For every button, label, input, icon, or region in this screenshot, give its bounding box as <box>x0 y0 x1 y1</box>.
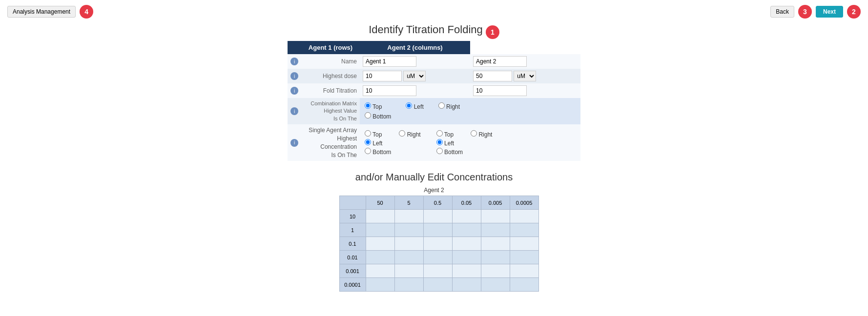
row-header-1[interactable] <box>342 227 364 233</box>
combo-right-radio-label[interactable]: Right <box>438 102 460 110</box>
conc-cell[interactable] <box>510 251 538 264</box>
single-info-icon[interactable]: i <box>290 139 298 147</box>
conc-cell[interactable] <box>394 264 423 278</box>
combination-matrix-row: i Combination MatrixHighest ValueIs On T… <box>288 98 580 124</box>
agent2-name-input[interactable] <box>473 56 527 67</box>
agent2-fold-input[interactable] <box>473 85 527 96</box>
conc-cell[interactable] <box>394 251 423 264</box>
conc-cell[interactable] <box>481 264 510 278</box>
conc-cell[interactable] <box>510 278 538 292</box>
conc-cell[interactable] <box>452 251 481 264</box>
sa-col2-bottom-radio[interactable] <box>436 148 443 154</box>
conc-cell[interactable] <box>481 223 510 237</box>
combo-info-icon[interactable]: i <box>290 107 298 115</box>
page-title-row: Identify Titration Folding 1 <box>369 23 499 41</box>
conc-cell[interactable] <box>423 278 452 292</box>
conc-cell[interactable] <box>510 264 538 278</box>
conc-data-row <box>339 237 538 251</box>
sa-col1-right-radio[interactable] <box>399 130 405 137</box>
conc-cell[interactable] <box>394 223 423 237</box>
conc-cell[interactable] <box>394 237 423 251</box>
single-agent-label: Single Agent ArrayHighest ConcentrationI… <box>309 127 357 158</box>
conc-cell[interactable] <box>366 237 394 251</box>
top-right-section: Back 3 Next 2 <box>770 5 861 19</box>
fold-info-icon[interactable]: i <box>290 87 298 95</box>
conc-cell[interactable] <box>423 264 452 278</box>
conc-cell[interactable] <box>510 210 538 223</box>
conc-cell[interactable] <box>394 278 423 292</box>
sa-col1-top-radio[interactable] <box>365 130 371 137</box>
agent2-dose-input[interactable] <box>473 71 512 81</box>
conc-cell[interactable] <box>481 278 510 292</box>
combo-bottom-radio[interactable] <box>365 112 371 118</box>
conc-cell[interactable] <box>510 237 538 251</box>
single-agent-row: i Single Agent ArrayHighest Concentratio… <box>288 124 580 161</box>
sa-col2-bottom-label[interactable]: Bottom <box>436 148 463 156</box>
combo-top-radio-label[interactable]: Top <box>365 102 391 110</box>
sa-col1-bottom-radio[interactable] <box>365 148 371 154</box>
sa-col2-top-label[interactable]: Top <box>436 130 463 138</box>
row-header-4[interactable] <box>342 268 364 274</box>
col-header-4[interactable] <box>483 200 508 206</box>
agent1-dose-unit[interactable]: uMnMmM <box>403 71 426 81</box>
sa-col2-top-radio[interactable] <box>436 130 443 137</box>
conc-cell[interactable] <box>452 223 481 237</box>
fold-titration-row: i Fold Titration <box>288 83 580 98</box>
col-header-5[interactable] <box>512 200 537 206</box>
col-header-0[interactable] <box>368 200 393 206</box>
conc-cell[interactable] <box>366 251 394 264</box>
combo-left-radio[interactable] <box>406 102 412 109</box>
conc-cell[interactable] <box>510 223 538 237</box>
conc-cell[interactable] <box>423 223 452 237</box>
next-button[interactable]: Next <box>816 6 843 18</box>
row-header-5[interactable] <box>342 282 364 288</box>
sa-col2-left-label[interactable]: Left <box>436 139 463 147</box>
sa-col1-top-label[interactable]: Top <box>365 130 391 138</box>
sa-col2-right-label[interactable]: Right <box>471 130 492 138</box>
conc-cell[interactable] <box>452 210 481 223</box>
row-header-0[interactable] <box>342 214 364 219</box>
col-header-3[interactable] <box>455 200 479 206</box>
conc-cell[interactable] <box>452 237 481 251</box>
sa-col1-bottom-label[interactable]: Bottom <box>365 148 391 156</box>
col-header-1[interactable] <box>397 200 421 206</box>
conc-data-row <box>339 278 538 292</box>
sa-col2-left-radio[interactable] <box>436 139 443 145</box>
page-title: Identify Titration Folding <box>369 23 483 36</box>
badge-4: 4 <box>80 5 93 19</box>
row-header-3[interactable] <box>342 255 364 260</box>
agent1-name-input[interactable] <box>363 56 416 67</box>
row-header-2[interactable] <box>342 241 364 247</box>
agent2-dose-unit[interactable]: uMnMmM <box>514 71 536 81</box>
conc-cell[interactable] <box>481 237 510 251</box>
conc-cell[interactable] <box>366 223 394 237</box>
combo-right-radio[interactable] <box>438 102 445 109</box>
combo-left-radio-label[interactable]: Left <box>406 102 423 110</box>
sa-col1-left-label[interactable]: Left <box>365 139 391 147</box>
conc-cell[interactable] <box>452 278 481 292</box>
conc-cell[interactable] <box>366 278 394 292</box>
name-info-icon[interactable]: i <box>290 58 298 65</box>
conc-cell[interactable] <box>423 251 452 264</box>
combo-top-radio[interactable] <box>365 102 371 109</box>
agent1-dose-input[interactable] <box>363 71 402 81</box>
conc-cell[interactable] <box>423 210 452 223</box>
conc-cell[interactable] <box>452 264 481 278</box>
sa-col1-left-radio[interactable] <box>365 139 371 145</box>
conc-cell[interactable] <box>481 251 510 264</box>
back-button[interactable]: Back <box>770 6 794 18</box>
analysis-management-button[interactable]: Analysis Management <box>7 6 76 18</box>
conc-cell[interactable] <box>366 264 394 278</box>
col-header-2[interactable] <box>426 200 450 206</box>
conc-cell[interactable] <box>394 210 423 223</box>
sa-col1-right-label[interactable]: Right <box>399 130 420 138</box>
agent-table: Agent 1 (rows) Agent 2 (columns) i Name <box>288 41 580 161</box>
dose-info-icon[interactable]: i <box>290 72 298 80</box>
sa-col2-right-radio[interactable] <box>471 130 477 137</box>
conc-cell[interactable] <box>366 210 394 223</box>
conc-cell[interactable] <box>423 237 452 251</box>
highest-dose-row: i Highest dose uMnMmM uMnMmM <box>288 69 580 83</box>
combo-bottom-radio-label[interactable]: Bottom <box>365 112 391 120</box>
agent1-fold-input[interactable] <box>363 85 416 96</box>
conc-cell[interactable] <box>481 210 510 223</box>
